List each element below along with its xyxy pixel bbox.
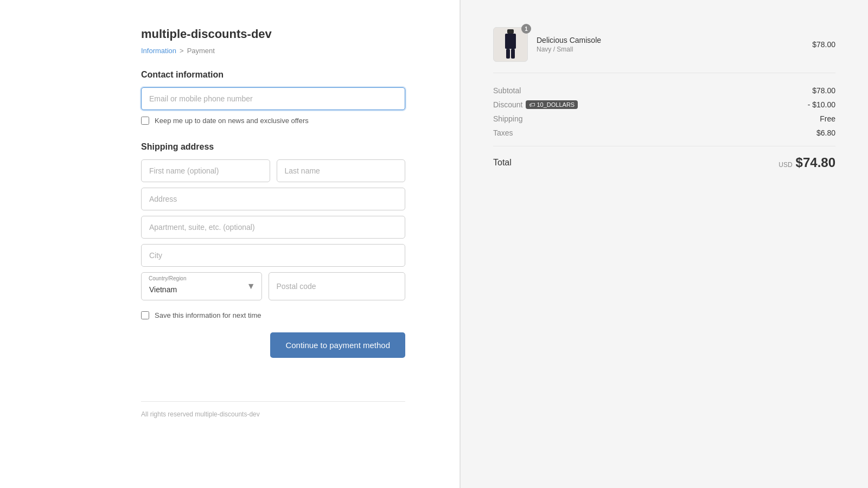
shipping-label: Shipping <box>493 114 523 123</box>
discount-value: - $10.00 <box>808 100 835 109</box>
breadcrumb-information[interactable]: Information <box>141 47 176 55</box>
shipping-section-title: Shipping address <box>141 142 405 152</box>
total-row: Total USD $74.80 <box>493 146 835 170</box>
discount-label: Discount 🏷 10_DOLLARS <box>493 100 578 109</box>
subtotal-label: Subtotal <box>493 86 521 95</box>
footer-text: All rights reserved multiple-discounts-d… <box>141 401 405 418</box>
discount-label-text: Discount <box>493 100 522 109</box>
subtotal-row: Subtotal $78.00 <box>493 86 835 95</box>
country-postal-row: Country/Region Vietnam United States Uni… <box>141 272 405 300</box>
product-image-wrapper: 1 <box>493 27 528 62</box>
continue-to-payment-button[interactable]: Continue to payment method <box>270 332 405 358</box>
discount-code-text: 10_DOLLARS <box>537 101 575 108</box>
apt-input[interactable] <box>141 216 405 239</box>
first-name-input[interactable] <box>141 159 270 182</box>
breadcrumb-payment: Payment <box>187 47 215 55</box>
contact-section-title: Contact information <box>141 70 405 80</box>
product-price: $78.00 <box>812 40 835 49</box>
taxes-label: Taxes <box>493 129 513 137</box>
product-info: Delicious Camisole Navy / Small <box>537 36 803 53</box>
svg-rect-1 <box>505 34 516 49</box>
product-name: Delicious Camisole <box>537 36 803 44</box>
total-label: Total <box>493 158 512 168</box>
save-info-label[interactable]: Save this information for next time <box>155 311 261 319</box>
breadcrumb: Information > Payment <box>141 47 405 55</box>
shipping-section: Shipping address Country/Region Vietnam … <box>141 142 405 358</box>
svg-rect-3 <box>511 49 515 59</box>
discount-code-badge: 🏷 10_DOLLARS <box>526 100 578 109</box>
taxes-row: Taxes $6.80 <box>493 129 835 137</box>
postal-code-input[interactable] <box>269 272 406 300</box>
discount-row: Discount 🏷 10_DOLLARS - $10.00 <box>493 100 835 109</box>
product-figure-svg <box>503 29 518 60</box>
tag-icon: 🏷 <box>529 101 535 108</box>
email-phone-input[interactable] <box>141 87 405 110</box>
country-select-wrapper: Country/Region Vietnam United States Uni… <box>141 272 262 300</box>
newsletter-label[interactable]: Keep me up to date on news and exclusive… <box>155 117 309 125</box>
save-info-checkbox[interactable] <box>141 311 149 319</box>
quantity-badge: 1 <box>521 24 531 34</box>
order-item: 1 Delicious Camisole Navy / Small $78.00 <box>493 27 835 73</box>
shipping-value: Free <box>820 114 835 123</box>
subtotal-value: $78.00 <box>812 86 835 95</box>
country-select[interactable]: Vietnam United States United Kingdom Aus… <box>141 272 262 300</box>
store-title: multiple-discounts-dev <box>141 27 405 41</box>
name-row <box>141 159 405 182</box>
total-value-wrapper: USD $74.80 <box>778 155 835 170</box>
svg-rect-2 <box>506 49 510 59</box>
shipping-row: Shipping Free <box>493 114 835 123</box>
last-name-input[interactable] <box>277 159 406 182</box>
total-currency: USD <box>778 161 792 169</box>
taxes-value: $6.80 <box>816 129 835 137</box>
newsletter-row: Keep me up to date on news and exclusive… <box>141 117 405 125</box>
city-input[interactable] <box>141 244 405 267</box>
breadcrumb-separator: > <box>180 47 184 55</box>
total-amount: $74.80 <box>796 155 835 170</box>
save-info-row: Save this information for next time <box>141 311 405 319</box>
svg-rect-0 <box>507 29 514 34</box>
address-input[interactable] <box>141 188 405 210</box>
product-variant: Navy / Small <box>537 46 803 53</box>
newsletter-checkbox[interactable] <box>141 117 149 125</box>
